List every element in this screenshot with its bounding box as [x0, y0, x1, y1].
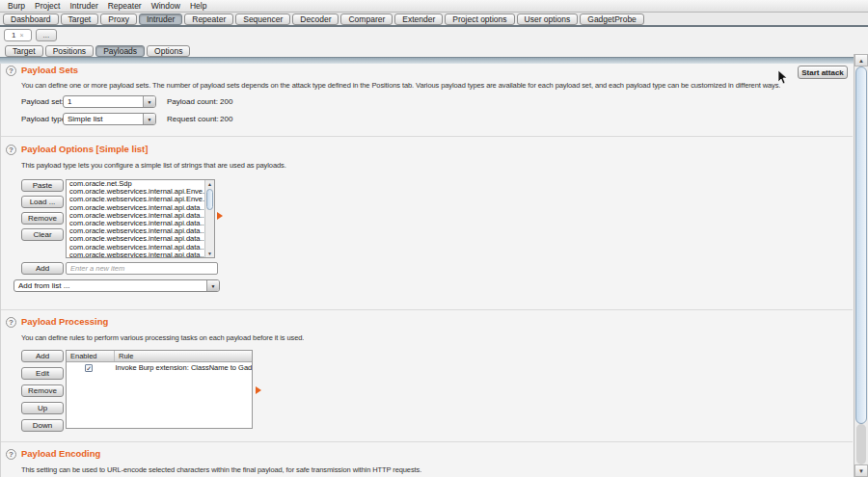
list-item[interactable]: com.oracle.webservices.internal.api.data…: [67, 220, 204, 227]
payload-encoding-description: This setting can be used to URL-encode s…: [21, 465, 421, 474]
scroll-down-icon[interactable]: ▼: [854, 464, 868, 477]
list-item[interactable]: com.oracle.webservices.internal.api.data…: [67, 212, 204, 220]
add-from-list-value: Add from list ...: [14, 280, 206, 291]
payload-options-buttons: PasteLoad ...RemoveClear: [21, 179, 64, 241]
attack-tab-bar: 1 × ...: [0, 27, 868, 42]
enabled-column-header[interactable]: Enabled: [67, 351, 115, 361]
payload-list-scrollbar[interactable]: ▲ ▼: [204, 180, 214, 257]
payload-list[interactable]: com.oracle.net.Sdpcom.oracle.webservices…: [66, 179, 215, 258]
table-row[interactable]: ✓Invoke Burp extension: ClassName to Gad…: [67, 362, 252, 373]
list-item[interactable]: com.oracle.webservices.internal.api.data…: [67, 204, 204, 212]
list-item[interactable]: com.oracle.webservices.internal.api.data…: [67, 227, 204, 235]
add-item-button[interactable]: Add: [21, 262, 64, 275]
down-button[interactable]: Down: [21, 419, 64, 432]
new-item-input[interactable]: [66, 262, 218, 275]
scrollbar-track[interactable]: [856, 424, 866, 464]
payload-type-select[interactable]: Simple list ▼: [63, 113, 156, 125]
chevron-down-icon: ▼: [206, 280, 219, 291]
tab-proxy[interactable]: Proxy: [100, 13, 137, 25]
vertical-scrollbar[interactable]: ▲ ▼: [854, 54, 868, 477]
add-from-list-select[interactable]: Add from list ... ▼: [14, 279, 220, 292]
list-item[interactable]: com.oracle.net.Sdp: [67, 180, 204, 188]
payload-type-label: Payload type:: [21, 115, 68, 123]
intruder-tab-payloads[interactable]: Payloads: [95, 45, 145, 57]
intruder-tab-options[interactable]: Options: [147, 45, 190, 57]
tab-repeater[interactable]: Repeater: [184, 13, 233, 25]
remove-button[interactable]: Remove: [21, 384, 64, 397]
help-icon[interactable]: ?: [6, 145, 16, 155]
checkbox-checked-icon[interactable]: ✓: [85, 364, 93, 372]
processing-rules-table[interactable]: Enabled Rule ✓Invoke Burp extension: Cla…: [66, 350, 253, 429]
resize-arrow-icon: [217, 212, 223, 220]
payload-options-title: Payload Options [Simple list]: [21, 144, 148, 154]
help-icon[interactable]: ?: [6, 449, 16, 460]
payload-set-select[interactable]: 1 ▼: [63, 95, 156, 108]
intruder-tab-target[interactable]: Target: [5, 45, 43, 57]
section-divider: [1, 441, 853, 442]
chevron-down-icon: ▼: [143, 96, 155, 107]
main-tab-bar: DashboardTargetProxyIntruderRepeaterSequ…: [0, 13, 868, 27]
edit-button[interactable]: Edit: [21, 367, 64, 380]
help-icon[interactable]: ?: [6, 66, 16, 76]
list-item[interactable]: com.oracle.webservices.internal.api.data…: [67, 235, 204, 243]
list-item[interactable]: com.oracle.webservices.internal.api.Enve…: [67, 196, 204, 203]
scrollbar-thumb[interactable]: [206, 189, 213, 210]
menu-repeater[interactable]: Repeater: [103, 0, 147, 12]
enabled-cell: ✓: [67, 364, 112, 372]
help-icon[interactable]: ?: [6, 317, 16, 328]
rule-cell: Invoke Burp extension: ClassName to Gadg…: [112, 363, 253, 372]
remove-button[interactable]: Remove: [21, 212, 64, 225]
payload-sets-description: You can define one or more payload sets.…: [21, 81, 780, 90]
payload-processing-title: Payload Processing: [21, 316, 108, 327]
scroll-up-icon[interactable]: ▲: [854, 54, 868, 66]
menu-intruder[interactable]: Intruder: [65, 0, 102, 12]
payload-options-description: This payload type lets you configure a s…: [21, 161, 286, 170]
payload-list-items: com.oracle.net.Sdpcom.oracle.webservices…: [67, 180, 204, 257]
attack-tab-1[interactable]: 1 ×: [4, 29, 32, 41]
menu-project[interactable]: Project: [30, 0, 65, 12]
tab-intruder[interactable]: Intruder: [139, 13, 182, 25]
payload-set-label: Payload set:: [21, 97, 64, 106]
tab-sequencer[interactable]: Sequencer: [235, 13, 290, 25]
list-item[interactable]: com.oracle.webservices.internal.api.data…: [67, 244, 204, 252]
menu-help[interactable]: Help: [185, 0, 211, 12]
tab-gadgetprobe[interactable]: GadgetProbe: [580, 13, 644, 25]
scroll-down-icon[interactable]: ▼: [205, 250, 214, 257]
attack-tab-more[interactable]: ...: [36, 29, 58, 41]
rule-column-header[interactable]: Rule: [115, 351, 133, 361]
load-button[interactable]: Load ...: [21, 196, 64, 208]
start-attack-button[interactable]: Start attack: [798, 66, 848, 79]
payload-processing-description: You can define rules to perform various …: [21, 333, 304, 342]
tab-user-options[interactable]: User options: [517, 13, 579, 25]
scrollbar-thumb[interactable]: [855, 66, 867, 424]
scroll-up-icon[interactable]: ▲: [205, 180, 214, 188]
list-item[interactable]: com.oracle.webservices.internal.api.data…: [67, 252, 204, 257]
resize-arrow-icon: [256, 386, 261, 394]
intruder-tab-bar: TargetPositionsPayloadsOptions: [0, 42, 868, 57]
tab-extender[interactable]: Extender: [394, 13, 443, 25]
tab-dashboard[interactable]: Dashboard: [3, 13, 59, 25]
menu-window[interactable]: Window: [147, 0, 185, 12]
close-icon[interactable]: ×: [19, 32, 23, 39]
section-divider: [1, 136, 853, 137]
tab-comparer[interactable]: Comparer: [340, 13, 393, 25]
tab-decoder[interactable]: Decoder: [292, 13, 339, 25]
burp-window: BurpProjectIntruderRepeaterWindowHelp Da…: [0, 0, 868, 477]
request-count-value: 200: [220, 115, 232, 123]
payload-processing-buttons: AddEditRemoveUpDown: [21, 350, 64, 432]
tab-project-options[interactable]: Project options: [445, 13, 514, 25]
table-header: Enabled Rule: [67, 351, 252, 362]
attack-tab-1-label: 1: [12, 31, 15, 40]
paste-button[interactable]: Paste: [21, 179, 64, 192]
section-divider: [1, 309, 853, 310]
tab-target[interactable]: Target: [61, 13, 99, 25]
payload-count-label: Payload count:: [167, 97, 218, 106]
menu-burp[interactable]: Burp: [3, 0, 30, 12]
up-button[interactable]: Up: [21, 402, 64, 414]
table-body: ✓Invoke Burp extension: ClassName to Gad…: [67, 362, 252, 373]
intruder-tab-positions[interactable]: Positions: [45, 45, 95, 57]
chevron-down-icon: ▼: [143, 114, 155, 124]
clear-button[interactable]: Clear: [21, 228, 64, 241]
list-item[interactable]: com.oracle.webservices.internal.api.Enve…: [67, 188, 204, 196]
add-button[interactable]: Add: [21, 350, 64, 362]
